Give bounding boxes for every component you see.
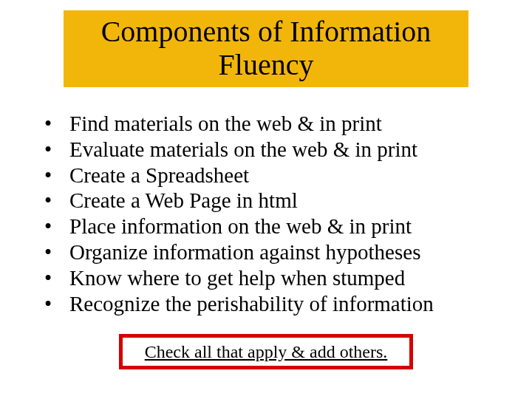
bullet-text: Place information on the web & in print — [69, 214, 412, 239]
bullet-text: Find materials on the web & in print — [69, 111, 382, 137]
footer-text: Check all that apply & add others. — [145, 342, 388, 362]
bullet-icon: • — [44, 239, 69, 265]
footer-callout: Check all that apply & add others. — [119, 334, 413, 369]
bullet-icon: • — [44, 111, 69, 137]
bullet-icon: • — [44, 214, 69, 239]
title-box: Components of Information Fluency — [64, 10, 468, 87]
bullet-icon: • — [44, 163, 69, 188]
bullet-text: Organize information against hypotheses — [69, 239, 420, 265]
list-item: • Evaluate materials on the web & in pri… — [44, 137, 495, 163]
bullet-text: Know where to get help when stumped — [69, 265, 405, 291]
bullet-text: Recognize the perishability of informati… — [69, 291, 434, 317]
list-item: • Find materials on the web & in print — [44, 111, 495, 137]
list-item: • Create a Web Page in html — [44, 188, 495, 214]
bullet-text: Evaluate materials on the web & in print — [69, 137, 417, 163]
slide-title: Components of Information Fluency — [64, 16, 468, 82]
list-item: • Place information on the web & in prin… — [44, 214, 495, 239]
bullet-icon: • — [44, 265, 69, 291]
bullet-text: Create a Web Page in html — [69, 188, 298, 214]
bullet-icon: • — [44, 137, 69, 163]
list-item: • Create a Spreadsheet — [44, 163, 495, 188]
list-item: • Know where to get help when stumped — [44, 265, 495, 291]
bullet-text: Create a Spreadsheet — [69, 163, 249, 188]
list-item: • Recognize the perishability of informa… — [44, 291, 495, 317]
bullet-list: • Find materials on the web & in print •… — [44, 111, 495, 316]
list-item: • Organize information against hypothese… — [44, 239, 495, 265]
slide: Components of Information Fluency • Find… — [0, 0, 532, 399]
bullet-icon: • — [44, 291, 69, 317]
bullet-icon: • — [44, 188, 69, 214]
